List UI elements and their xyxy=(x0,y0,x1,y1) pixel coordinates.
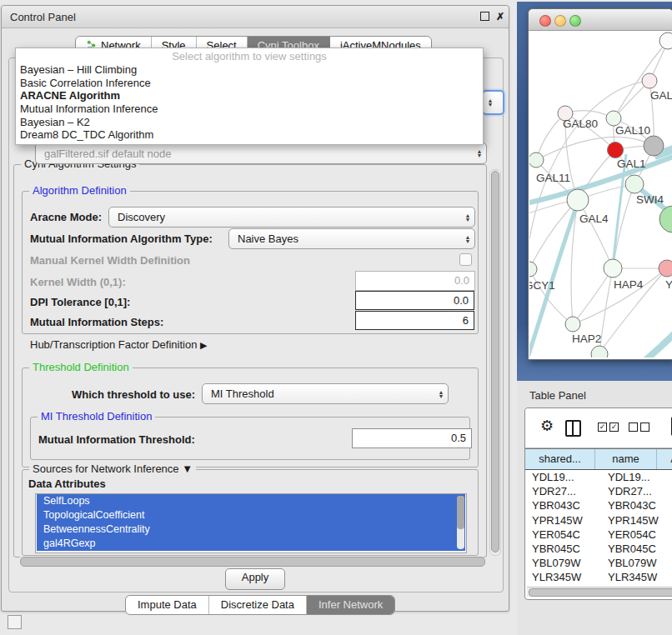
list-item[interactable]: TopologicalCoefficient xyxy=(37,508,465,522)
dropdown-placeholder: Select algorithm to view settings xyxy=(16,48,483,63)
group-title: Threshold Definition xyxy=(29,361,133,373)
kernel-width-field[interactable]: 0.0 xyxy=(355,271,475,291)
node-label: GAL80 xyxy=(563,118,598,130)
table-row[interactable]: YDL19...YDL19...13 xyxy=(525,470,672,484)
network-node[interactable] xyxy=(604,259,622,278)
network-node[interactable] xyxy=(659,32,672,49)
combo-stepper-icon: ▲▼ xyxy=(461,235,474,243)
unchecked-checkbox-icon[interactable] xyxy=(640,422,649,432)
node-label: HAP4 xyxy=(614,278,644,291)
algorithm-dropdown: Select algorithm to view settings Bayesi… xyxy=(15,48,484,145)
network-view-window[interactable]: GAL7 GAL80 GAL10 GAL1 GAL11 SWI4 GAL4 GC… xyxy=(528,8,672,360)
table-row[interactable]: YDR27...YDR27...12 xyxy=(525,484,672,498)
dpi-tolerance-label: DPI Tolerance [0,1]: xyxy=(30,296,130,308)
table-toolbar: ⚙ ✓ ✓ xyxy=(525,408,672,448)
table-row[interactable]: YBR043CYBR043C xyxy=(525,498,672,512)
mi-threshold-field[interactable]: 0.5 xyxy=(352,428,472,448)
tab-discretize-data[interactable]: Discretize Data xyxy=(209,596,307,614)
close-traffic-light-icon[interactable] xyxy=(539,15,551,27)
checked-checkbox-icon[interactable]: ✓ xyxy=(598,422,607,432)
minimize-traffic-light-icon[interactable] xyxy=(554,15,566,27)
mi-algorithm-type-combobox[interactable]: Naive Bayes ▲▼ xyxy=(228,228,475,249)
float-window-icon[interactable] xyxy=(480,12,489,21)
aracne-mode-combobox[interactable]: Discovery ▲▼ xyxy=(108,207,475,228)
bottom-tabbar: Impute Data Discretize Data Infer Networ… xyxy=(125,595,395,615)
node-label: GAL11 xyxy=(536,172,570,184)
group-title: Algorithm Definition xyxy=(29,184,130,197)
sources-group-title[interactable]: Sources for Network Inference ▼ xyxy=(29,462,196,475)
table-row[interactable]: YBR045CYBR045C9. xyxy=(525,542,672,556)
table-row[interactable]: YBL079WYBL079W xyxy=(525,556,672,570)
combo-stepper-icon: ▲▼ xyxy=(473,149,486,158)
network-view[interactable]: GAL7 GAL80 GAL10 GAL1 GAL11 SWI4 GAL4 GC… xyxy=(529,31,672,358)
close-icon[interactable]: ✗ xyxy=(495,12,505,22)
mi-threshold-label: Mutual Information Threshold: xyxy=(38,433,195,446)
network-node[interactable] xyxy=(644,136,664,156)
settings-horizontal-scrollbar[interactable] xyxy=(18,556,485,566)
kernel-width-label: Kernel Width (0,1): xyxy=(30,276,126,288)
network-node[interactable] xyxy=(591,346,608,358)
gear-icon[interactable]: ⚙ xyxy=(540,417,554,435)
unchecked-checkbox-icon[interactable] xyxy=(629,422,638,432)
network-node[interactable] xyxy=(659,206,672,232)
columns-icon[interactable] xyxy=(565,420,581,437)
which-threshold-combobox[interactable]: MI Threshold ▲▼ xyxy=(202,383,449,404)
list-item[interactable]: gal4RGexp xyxy=(37,537,465,551)
network-node[interactable] xyxy=(625,175,644,193)
control-panel-title: Control Panel xyxy=(10,11,76,23)
list-scrollbar[interactable] xyxy=(457,496,464,549)
table-source-combobox[interactable]: galFiltered.sif default node ▲▼ xyxy=(35,142,487,164)
column-header-name[interactable]: name xyxy=(595,449,657,469)
settings-vertical-scrollbar[interactable] xyxy=(489,169,501,556)
dropdown-item[interactable]: Dream8 DC_TDC Algorithm xyxy=(16,128,483,142)
table-body: YDL19...YDL19...13 YDR27...YDR27...12 YB… xyxy=(525,470,672,587)
network-node[interactable] xyxy=(659,260,672,277)
table-row[interactable]: YPR145WYPR145W9. xyxy=(525,513,672,528)
network-node[interactable] xyxy=(567,189,589,211)
dpi-tolerance-field[interactable]: 0.0 xyxy=(355,291,474,310)
list-item[interactable]: BetweennessCentrality xyxy=(37,522,465,537)
table-panel-title: Table Panel xyxy=(529,389,586,402)
control-panel-titlebar: Control Panel ✗ xyxy=(2,6,509,28)
dropdown-item[interactable]: Bayesian – Hill Climbing xyxy=(16,63,483,77)
network-node[interactable] xyxy=(565,317,580,332)
focused-combobox-fragment[interactable]: ▲▼ xyxy=(482,90,504,115)
column-header-partial[interactable]: A xyxy=(657,449,672,469)
network-node[interactable] xyxy=(642,73,657,88)
apply-button[interactable]: Apply xyxy=(225,568,285,590)
which-threshold-label: Which threshold to use: xyxy=(72,388,195,401)
node-label: GAL4 xyxy=(579,212,609,225)
column-header-shared-name[interactable]: shared... xyxy=(525,449,595,469)
network-node[interactable] xyxy=(529,262,537,277)
tab-impute-data[interactable]: Impute Data xyxy=(126,596,209,614)
table-row[interactable]: YER054CYER054C8. xyxy=(525,528,672,542)
dropdown-item[interactable]: Bayesian – K2 xyxy=(16,116,483,129)
table-row[interactable]: YLR345WYLR345W9. xyxy=(525,570,672,584)
dropdown-item[interactable]: Basic Correlation Inference xyxy=(16,77,483,90)
network-node[interactable] xyxy=(529,152,544,168)
manual-kernel-width-label: Manual Kernel Width Definition xyxy=(30,254,190,267)
node-label: Y xyxy=(665,278,672,291)
data-attributes-label: Data Attributes xyxy=(28,478,106,490)
mi-algorithm-type-label: Mutual Information Algorithm Type: xyxy=(30,232,213,245)
table-horizontal-scrollbar[interactable] xyxy=(527,587,672,597)
manual-kernel-width-checkbox[interactable] xyxy=(459,253,472,266)
mi-steps-field[interactable]: 6 xyxy=(355,311,474,330)
data-attributes-list: SelfLoops TopologicalCoefficient Between… xyxy=(35,493,467,553)
mi-steps-label: Mutual Information Steps: xyxy=(30,316,163,328)
hub-definition-expander[interactable]: Hub/Transcription Factor Definition ▶ xyxy=(30,338,207,351)
aracne-mode-label: Aracne Mode: xyxy=(30,211,102,223)
collapsed-panel-icon[interactable] xyxy=(8,615,22,629)
network-node-selected[interactable] xyxy=(608,142,624,158)
checked-checkbox-icon[interactable]: ✓ xyxy=(609,422,619,432)
zoom-traffic-light-icon[interactable] xyxy=(569,15,581,27)
application-window: Control Panel ✗ Network Style Select Cyn… xyxy=(0,0,672,635)
dropdown-item[interactable]: Mutual Information Inference xyxy=(16,102,483,116)
list-item[interactable]: SelfLoops xyxy=(37,494,465,508)
node-label: GAL10 xyxy=(615,124,650,137)
node-label: GAL1 xyxy=(617,158,646,170)
dropdown-item-selected[interactable]: ARACNE Algorithm xyxy=(16,89,483,102)
tab-infer-network[interactable]: Infer Network xyxy=(307,596,394,614)
node-label: GCY1 xyxy=(529,279,555,292)
combo-stepper-icon: ▲▼ xyxy=(484,98,497,107)
